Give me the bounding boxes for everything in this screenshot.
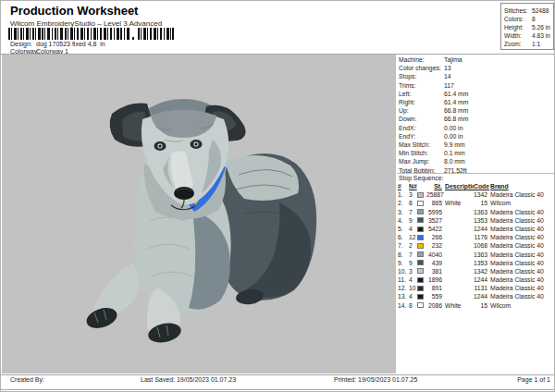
app-subtitle: Wilcom EmbroideryStudio – Level 3 Advanc… (10, 19, 162, 28)
thread-color-swatch (417, 286, 424, 291)
stop-row-code: 1068 (474, 241, 487, 250)
stop-row-code: 1353 (474, 259, 487, 267)
stop-row-description: White (442, 301, 474, 310)
machine-row-label: Color changes: (399, 64, 444, 72)
col-header-stitches: St. (426, 182, 442, 190)
design-row: Design: dog 170523 fixed 4,8 in (10, 41, 105, 47)
col-header-description: Description (442, 182, 474, 190)
stop-sequence-row: 2. 8 865 White 15 Wilcom (398, 199, 555, 207)
summary-box: Stitches: 52488 Colors: 8 Height: 5.26 i… (500, 3, 554, 50)
machine-row-label: Left: (399, 90, 444, 98)
machine-row-label: EndX: (399, 124, 444, 132)
summary-row: Width: 4.83 in (504, 31, 553, 40)
machine-row: Trims: 117 (399, 81, 554, 90)
machine-row: EndY: 0.00 in (399, 132, 554, 141)
machine-row-value: 66.8 mm (444, 115, 468, 123)
stop-row-swatch-cell (417, 192, 426, 198)
stop-row-stitches: 439 (426, 259, 442, 267)
stop-sequence-row: 14. 8 2086 White 15 Wilcom (398, 301, 555, 310)
stop-sequence-divider (397, 173, 554, 174)
stop-row-swatch-cell (417, 251, 426, 257)
machine-row: EndX: 0.00 in (399, 124, 554, 132)
summary-rows: Stitches: 52488 Colors: 8 Height: 5.26 i… (504, 6, 553, 48)
thread-color-swatch (417, 201, 424, 206)
stop-row-needle: 7 (409, 208, 417, 216)
stop-row-stitches: 3527 (426, 216, 442, 225)
machine-row-value: 0.00 in (444, 124, 462, 132)
summary-row: Stitches: 52488 (504, 6, 553, 15)
design-value: dog 170523 fixed 4,8 in (36, 41, 105, 47)
stop-row-code: 1244 (474, 276, 487, 284)
design-canvas (2, 55, 396, 374)
machine-row-label: Max Jump: (399, 157, 444, 165)
stop-row-brand: Madeira Classic 40 (487, 208, 544, 216)
thread-color-swatch (417, 192, 424, 198)
col-header-brand: Brand (487, 182, 509, 190)
stop-row-needle: 8 (409, 199, 417, 207)
summary-row-label: Height: (504, 23, 532, 31)
machine-row-label: Down: (399, 115, 444, 123)
stop-sequence-row: 11. 4 1896 1244 Madeira Classic 40 (398, 276, 555, 284)
machine-row-label: Up: (399, 106, 444, 115)
stop-row-swatch-cell (417, 217, 426, 223)
stop-row-needle: 8 (409, 301, 417, 310)
design-label: Design: (10, 41, 36, 47)
thread-color-swatch (417, 302, 424, 308)
summary-row-label: Width: (504, 31, 532, 40)
summary-row-label: Stitches: (504, 6, 532, 15)
machine-row-value: 0.1 mm (444, 149, 465, 157)
stop-row-number: 1. (398, 190, 409, 199)
thread-color-swatch (417, 235, 424, 240)
machine-row-label: Min Stitch: (399, 149, 444, 157)
stop-sequence-row: 6. 12 266 1176 Madeira Classic 40 (398, 233, 555, 241)
stop-row-stitches: 232 (426, 241, 442, 250)
summary-row: Zoom: 1:1 (504, 40, 553, 48)
machine-row: Stops: 14 (399, 72, 554, 80)
machine-row: Max Stitch: 9.9 mm (399, 141, 554, 149)
stop-row-code: 1244 (474, 292, 487, 300)
stop-sequence-row: 10. 3 381 1342 Madeira Classic 40 (398, 267, 555, 276)
summary-row: Height: 5.26 in (504, 23, 553, 31)
summary-row-label: Colors: (504, 15, 532, 23)
thread-color-swatch (417, 268, 424, 274)
stop-row-stitches: 381 (426, 267, 442, 276)
stop-row-swatch-cell (417, 260, 426, 265)
thread-color-swatch (417, 227, 424, 232)
stop-row-swatch-cell (417, 302, 426, 308)
thread-color-swatch (417, 277, 424, 283)
stop-row-stitches: 4040 (426, 251, 442, 259)
summary-row-value: 5.26 in (532, 23, 550, 31)
stop-row-needle: 10 (409, 284, 417, 292)
page-number: Page 1 of 1 (517, 376, 550, 383)
stop-row-number: 5. (398, 225, 409, 233)
stop-row-needle: 3 (409, 267, 417, 276)
stop-row-code: 1244 (474, 225, 487, 233)
stop-row-brand: Madeira Classic 40 (487, 284, 544, 292)
stop-row-needle: 4 (409, 225, 417, 233)
stop-row-swatch-cell (417, 243, 426, 249)
stop-row-swatch-cell (417, 235, 426, 240)
thread-color-swatch (417, 217, 424, 223)
stop-row-needle: 3 (409, 190, 417, 199)
stop-row-number: 9. (398, 259, 409, 267)
stop-row-code: 1342 (474, 267, 487, 276)
summary-row: Colors: 8 (504, 15, 553, 23)
created-by-label: Created By: (10, 376, 44, 383)
stop-row-code: 1353 (474, 216, 487, 225)
stop-row-number: 7. (398, 241, 409, 250)
stop-row-brand: Wilcom (487, 199, 511, 207)
stop-row-needle: 9 (409, 259, 417, 267)
stop-row-description: White (442, 199, 474, 207)
stop-sequence-rows: 1. 3 25887 1342 Madeira Classic 40 2. 8 … (398, 190, 555, 310)
stop-row-code: 1363 (474, 208, 487, 216)
stop-row-brand: Madeira Classic 40 (487, 190, 544, 199)
stop-row-needle: 12 (409, 233, 417, 241)
dog-embroidery-preview (2, 55, 396, 374)
stop-row-swatch-cell (417, 294, 426, 300)
stop-row-swatch-cell (417, 201, 426, 206)
footer-divider (1, 374, 554, 375)
stop-row-number: 14. (398, 301, 409, 310)
stop-sequence-row: 8. 7 4040 1363 Madeira Classic 40 (398, 251, 555, 259)
stop-sequence-row: 5. 4 5422 1244 Madeira Classic 40 (398, 225, 555, 233)
stop-row-brand: Madeira Classic 40 (487, 276, 544, 284)
